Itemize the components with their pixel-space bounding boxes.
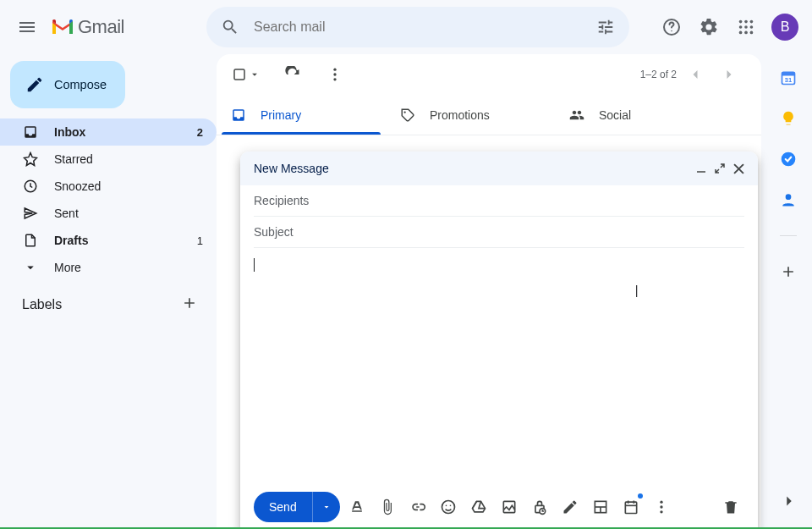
formatting-button[interactable] [343, 493, 370, 521]
sidebar-item-starred[interactable]: Starred [0, 146, 217, 173]
settings-button[interactable] [692, 10, 726, 44]
close-button[interactable] [733, 163, 744, 174]
gear-icon [699, 17, 719, 37]
compose-title: New Message [254, 162, 329, 175]
send-button-group: Send [254, 492, 340, 522]
text-caret [254, 258, 255, 272]
attach-button[interactable] [374, 493, 401, 521]
sidebar-item-inbox[interactable]: Inbox 2 [0, 118, 217, 146]
emoji-button[interactable] [435, 493, 462, 521]
next-page-button[interactable] [714, 59, 744, 90]
calendar-app-button[interactable]: 31 [780, 69, 797, 86]
nav-label: More [54, 261, 81, 274]
search-input[interactable] [247, 19, 589, 35]
compose-header[interactable]: New Message [240, 152, 758, 185]
nav-label: Starred [54, 152, 93, 166]
contacts-icon [780, 191, 797, 208]
compose-button[interactable]: Compose [10, 61, 125, 108]
support-button[interactable] [655, 10, 689, 44]
svg-point-38 [660, 501, 662, 504]
layout-button[interactable] [587, 493, 614, 521]
svg-point-25 [442, 501, 454, 514]
draft-icon [22, 233, 39, 248]
svg-point-4 [750, 20, 754, 24]
link-button[interactable] [404, 493, 431, 521]
search-bar[interactable] [206, 7, 629, 47]
trash-icon [722, 499, 739, 515]
send-options-button[interactable] [313, 492, 340, 522]
drive-button[interactable] [465, 493, 492, 521]
body-textarea[interactable] [254, 256, 744, 284]
search-options-button[interactable] [589, 10, 623, 44]
help-icon [661, 17, 682, 37]
clock-icon [22, 179, 39, 194]
svg-rect-34 [625, 502, 636, 513]
logo-text: Gmail [78, 16, 124, 38]
refresh-icon [284, 66, 301, 83]
svg-point-1 [671, 30, 672, 32]
compose-body[interactable]: I [254, 248, 744, 485]
subject-input[interactable] [254, 217, 744, 247]
minimize-icon [696, 163, 706, 174]
image-icon [501, 499, 518, 515]
main-menu-button[interactable] [7, 7, 47, 47]
labels-heading: Labels [0, 281, 217, 315]
star-icon [22, 152, 39, 167]
promotions-tab-icon [399, 107, 416, 123]
recipients-input[interactable] [254, 185, 744, 216]
signature-button[interactable] [557, 493, 584, 521]
chevron-left-icon [687, 66, 704, 83]
tab-primary[interactable]: Primary [217, 95, 386, 135]
tab-social[interactable]: Social [555, 95, 724, 135]
fullscreen-button[interactable] [715, 163, 725, 174]
svg-point-39 [660, 505, 662, 508]
drive-icon [470, 499, 487, 515]
subject-field[interactable] [254, 217, 744, 248]
schedule-button[interactable] [617, 493, 645, 521]
contacts-app-button[interactable] [780, 191, 797, 208]
chevron-down-icon [22, 260, 39, 275]
apps-grid-icon [737, 18, 755, 36]
sidebar-item-drafts[interactable]: Drafts 1 [0, 227, 217, 254]
nav-label: Drafts [54, 234, 88, 247]
discard-button[interactable] [717, 493, 744, 521]
recipients-field[interactable] [254, 185, 744, 217]
confidential-button[interactable] [526, 493, 553, 521]
pagination-range: 1–2 of 2 [640, 69, 677, 80]
tab-promotions[interactable]: Promotions [386, 95, 555, 135]
sidebar-item-snoozed[interactable]: Snoozed [0, 173, 217, 200]
svg-rect-12 [234, 69, 244, 80]
apps-button[interactable] [729, 10, 763, 44]
nav-label: Sent [54, 207, 79, 220]
image-button[interactable] [496, 493, 523, 521]
refresh-button[interactable] [277, 59, 308, 90]
sidebar-item-sent[interactable]: Sent [0, 200, 217, 227]
account-avatar[interactable]: B [771, 14, 798, 41]
chevron-right-icon [721, 66, 738, 83]
more-actions-button[interactable] [320, 59, 350, 90]
send-button[interactable]: Send [254, 492, 313, 522]
text-format-icon [348, 499, 365, 515]
svg-point-2 [739, 20, 743, 24]
keep-app-button[interactable] [780, 110, 797, 127]
prev-page-button[interactable] [680, 59, 710, 90]
select-all-checkbox[interactable] [227, 62, 266, 87]
nav-label: Snoozed [54, 179, 101, 193]
app-header: Gmail B [0, 0, 812, 54]
category-tabs: Primary Promotions Social [217, 95, 761, 135]
svg-text:31: 31 [785, 76, 792, 84]
logo[interactable]: Gmail [51, 16, 203, 38]
collapse-panel-button[interactable] [780, 492, 798, 514]
search-button[interactable] [213, 10, 247, 44]
keep-icon [780, 110, 797, 127]
social-tab-icon [568, 107, 585, 123]
tasks-app-button[interactable] [780, 151, 797, 168]
compose-more-button[interactable] [648, 493, 675, 521]
minimize-button[interactable] [696, 163, 706, 174]
add-label-button[interactable] [181, 295, 198, 315]
sidebar-item-more[interactable]: More [0, 254, 217, 281]
hamburger-icon [17, 17, 37, 37]
svg-point-6 [744, 25, 748, 29]
compose-toolbar: Send [240, 485, 758, 529]
addons-button[interactable] [780, 263, 797, 280]
